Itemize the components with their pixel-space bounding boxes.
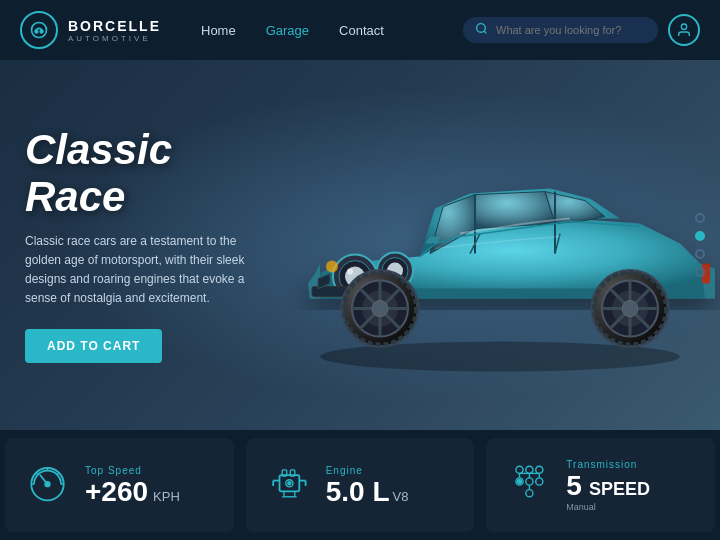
- engine-size: 5.0 L: [326, 478, 390, 506]
- transmission-label: Transmission: [566, 459, 650, 470]
- add-to-cart-button[interactable]: ADD TO CART: [25, 329, 162, 363]
- svg-point-57: [288, 481, 291, 484]
- car-image: [260, 79, 720, 399]
- search-input[interactable]: [496, 24, 646, 36]
- svg-line-4: [484, 31, 486, 33]
- engine-icon: [266, 459, 311, 512]
- hero-description: Classic race cars are a testament to the…: [25, 232, 255, 309]
- stats-bar: Top Speed +260 KPH: [0, 430, 720, 540]
- svg-point-5: [681, 24, 686, 29]
- transmission-sub: Manual: [566, 502, 650, 512]
- nav-contact[interactable]: Contact: [339, 23, 384, 38]
- slider-dot-2[interactable]: [695, 231, 705, 241]
- engine-info: Engine 5.0 L V8: [326, 465, 409, 506]
- nav-home[interactable]: Home: [201, 23, 236, 38]
- top-speed-info: Top Speed +260 KPH: [85, 465, 180, 506]
- brand-name: BORCELLE: [68, 18, 161, 34]
- svg-point-63: [536, 477, 543, 484]
- engine-value: 5.0 L V8: [326, 478, 409, 506]
- svg-point-70: [518, 479, 522, 483]
- slider-dot-4[interactable]: [695, 267, 705, 277]
- stat-transmission: Transmission 5 SPEED Manual: [486, 438, 715, 532]
- svg-point-64: [526, 489, 533, 496]
- svg-rect-19: [312, 287, 347, 297]
- stat-top-speed: Top Speed +260 KPH: [5, 438, 234, 532]
- svg-point-1: [35, 30, 38, 33]
- transmission-speed: SPEED: [589, 480, 650, 498]
- engine-label: Engine: [326, 465, 409, 476]
- svg-point-37: [622, 301, 638, 317]
- svg-point-59: [526, 466, 533, 473]
- nav-garage[interactable]: Garage: [266, 23, 309, 38]
- transmission-value: 5 SPEED: [566, 472, 650, 500]
- transmission-icon: [506, 459, 551, 512]
- transmission-info: Transmission 5 SPEED Manual: [566, 459, 650, 512]
- engine-variant: V8: [392, 490, 408, 503]
- brand-subtitle: AUTOMOTIVE: [68, 34, 161, 43]
- slider-dots: [695, 213, 705, 277]
- nav-links: Home Garage Contact: [201, 23, 463, 38]
- svg-line-44: [36, 472, 37, 473]
- slider-dot-3[interactable]: [695, 249, 705, 259]
- top-speed-unit: KPH: [153, 490, 180, 503]
- navbar: BORCELLE AUTOMOTIVE Home Garage Contact: [0, 0, 720, 60]
- slider-dot-1[interactable]: [695, 213, 705, 223]
- search-bar[interactable]: [463, 17, 658, 43]
- svg-point-62: [526, 477, 533, 484]
- hero-content: Classic Race Classic race cars are a tes…: [0, 97, 280, 392]
- svg-point-60: [536, 466, 543, 473]
- logo-text: BORCELLE AUTOMOTIVE: [68, 18, 161, 43]
- search-icon: [475, 22, 488, 38]
- hero-title: Classic Race: [25, 127, 255, 219]
- logo-area: BORCELLE AUTOMOTIVE: [20, 11, 161, 49]
- top-speed-value: +260 KPH: [85, 478, 180, 506]
- logo-icon: [20, 11, 58, 49]
- svg-point-2: [40, 30, 43, 33]
- svg-line-45: [57, 472, 58, 473]
- stat-engine: Engine 5.0 L V8: [246, 438, 475, 532]
- top-speed-label: Top Speed: [85, 465, 180, 476]
- transmission-number: 5: [566, 472, 582, 500]
- user-profile-icon[interactable]: [668, 14, 700, 46]
- speedometer-icon: [25, 459, 70, 512]
- svg-point-14: [347, 269, 353, 275]
- svg-point-40: [45, 481, 50, 486]
- svg-point-28: [372, 301, 388, 317]
- top-speed-number: +260: [85, 478, 148, 506]
- svg-point-3: [477, 24, 486, 33]
- svg-point-58: [516, 466, 523, 473]
- svg-point-20: [326, 261, 338, 273]
- hero-section: Classic Race Classic race cars are a tes…: [0, 60, 720, 430]
- svg-point-0: [32, 23, 47, 38]
